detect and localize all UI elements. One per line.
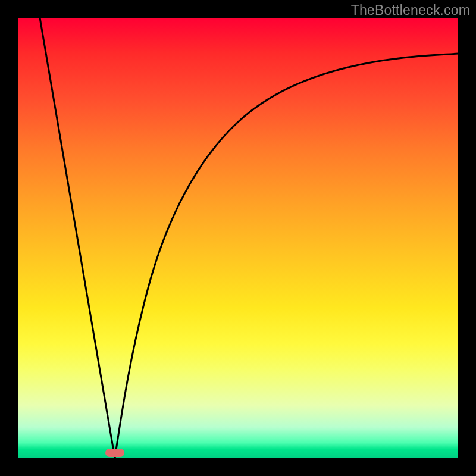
trough-marker (105, 449, 124, 457)
curve-svg (18, 18, 458, 458)
watermark-text: TheBottleneck.com (351, 2, 470, 18)
chart-frame: TheBottleneck.com (0, 0, 476, 476)
right-curve (115, 54, 458, 458)
plot-area (18, 18, 458, 458)
left-line (40, 18, 115, 458)
